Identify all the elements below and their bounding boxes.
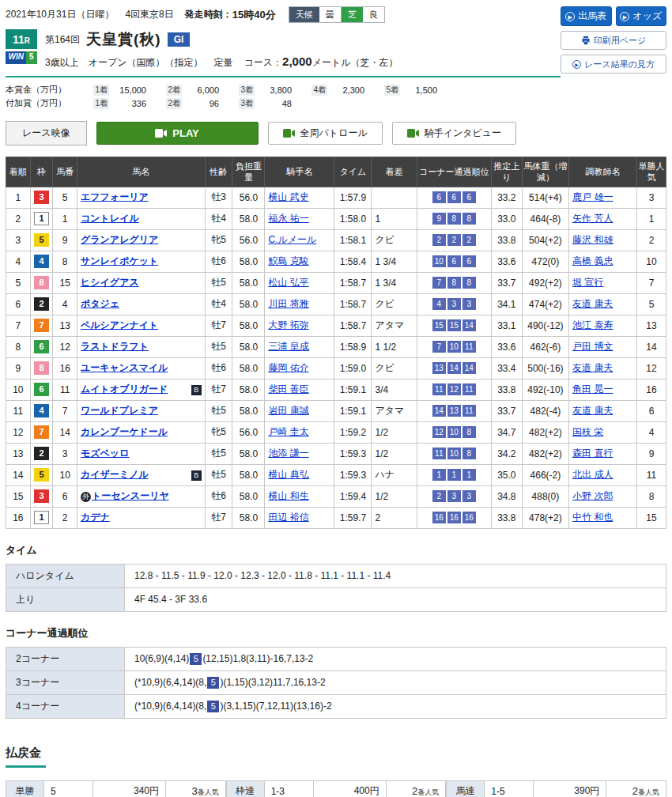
trainer-link[interactable]: 北出 成人 [572,469,613,480]
column-header: 馬体重（増減） [522,157,568,187]
entries-button[interactable]: ▶ 出馬表 [561,6,612,26]
column-header: 馬名 [77,157,206,187]
jockey-link[interactable]: 田辺 裕信 [268,512,308,523]
patrol-video-button[interactable]: 全周パトロール [268,122,383,145]
trainer-link[interactable]: 森田 直行 [572,448,613,459]
frame-number-badge: 6 [34,383,49,396]
corner-order-pre: (*10,9)(6,4,14)(8, [134,701,206,712]
odds-button[interactable]: ▶ オッズ [616,6,667,26]
win-popularity: 13 [637,315,666,336]
jockey-link[interactable]: 三浦 皇成 [268,341,308,352]
jockey-link[interactable]: 柴田 善臣 [268,383,308,395]
trainer-link[interactable]: 戸田 博文 [572,341,613,352]
prize-place: 2着 [166,85,182,96]
guide-button-label: レース結果の見方 [584,59,655,70]
finish-position: 2 [6,208,31,229]
trainer-link[interactable]: 国枝 栄 [572,426,603,437]
play-button[interactable]: PLAY [96,122,259,145]
result-row: 10 6 11 ムイトオブリガードB 牡7 58.0 柴田 善臣 1:59.1 … [6,379,666,400]
jockey-link[interactable]: 岩田 康誠 [268,405,308,416]
winner-highlight-box: 5 [207,701,219,712]
jockey-link[interactable]: 鮫島 克駿 [268,255,308,266]
trainer-link[interactable]: 友道 康夫 [572,298,613,309]
extra-prize-label: 付加賞（万円） [6,97,74,109]
horse-name-link[interactable]: カデナ [81,512,110,523]
horse-name-link[interactable]: カイザーミノル [81,469,149,480]
video-camera-icon [407,129,419,138]
horse-name-link[interactable]: ラストドラフト [81,341,149,352]
horse-name-link[interactable]: グランアレグリア [81,234,158,245]
trainer-link[interactable]: 池江 泰寿 [572,319,613,331]
horse-name-link[interactable]: サンレイポケット [81,255,158,266]
corner-row-value: (*10,9)(6,4,14)(8,5)(1,15)(3,12)11,7,16,… [125,670,666,694]
frame-number-badge: 1 [34,212,49,225]
jockey-link[interactable]: 戸崎 圭太 [268,426,308,437]
finish-time: 1:59.3 [334,443,372,464]
win-popularity: 5 [637,293,666,315]
column-header: コーナー通過順位 [417,157,491,187]
jockey-cell: 横山 和生 [265,485,334,507]
finish-time: 1:58.7 [334,315,372,336]
horse-name-link[interactable]: ワールドプレミア [81,405,158,416]
payout-table-bracket-wide: 枠連 1-3 400円 2番人気 ワイド 1-5 170円 2番人気 5-9 2… [226,780,447,797]
jockey-link[interactable]: 福永 祐一 [268,213,308,224]
trainer-cell: 高橋 義忠 [569,251,637,272]
trainer-link[interactable]: 藤沢 和雄 [572,234,613,245]
trainer-link[interactable]: 中竹 和也 [572,512,613,523]
jockey-interview-button[interactable]: 騎手インタビュー [392,122,516,145]
horse-name-link[interactable]: ヒシイグアス [81,277,139,288]
horse-number: 11 [53,379,77,400]
frame-number-badge: 8 [34,361,49,375]
trainer-link[interactable]: 友道 康夫 [572,362,613,373]
jockey-link[interactable]: 川田 将雅 [268,298,308,309]
interview-button-label: 騎手インタビュー [425,127,501,140]
result-row: 8 6 12 ラストドラフト 牡5 58.0 三浦 皇成 1:58.9 1 1/… [6,336,666,357]
result-row: 5 8 15 ヒシイグアス 牡5 58.0 松山 弘平 1:58.7 1 3/4… [6,272,666,293]
jockey-link[interactable]: 横山 武史 [268,191,308,202]
trainer-link[interactable]: 堀 宣行 [572,277,603,288]
carried-weight: 58.0 [232,251,265,272]
win-popularity: 15 [637,507,666,528]
prize-amount: 96 [186,99,219,108]
trainer-link[interactable]: 友道 康夫 [572,405,613,416]
corner-order-post: )(3,1,15)(7,12,11)(13,16)-2 [220,701,331,712]
carried-weight: 58.0 [232,379,265,400]
horse-name-link[interactable]: トーセンスーリヤ [92,490,169,501]
jockey-link[interactable]: 松山 弘平 [268,277,308,288]
trainer-link[interactable]: 小野 次郎 [572,490,613,501]
horse-name-link[interactable]: コントレイル [81,213,139,224]
horse-name-link[interactable]: エフフォーリア [81,191,149,202]
jockey-link[interactable]: 池添 謙一 [268,448,308,459]
print-page-button[interactable]: 印刷用ページ [561,31,666,50]
carried-weight: 58.0 [232,507,265,528]
horse-name-link[interactable]: ポタジェ [81,298,119,309]
play-button-label: PLAY [172,127,198,139]
horse-name-link[interactable]: ユーキャンスマイル [81,362,168,373]
trainer-link[interactable]: 鹿戸 雄一 [572,191,613,202]
trainer-link[interactable]: 高橋 義忠 [572,255,613,266]
circle-arrow-icon: ▶ [565,12,575,21]
corner-section-heading: コーナー通過順位 [6,626,666,640]
jockey-link[interactable]: 横山 和生 [268,490,308,501]
corner-position-box: 8 [462,213,476,225]
race-round: 第164回 [45,33,80,47]
horse-name-link[interactable]: ペルシアンナイト [81,319,158,331]
jockey-link[interactable]: 横山 典弘 [268,469,308,480]
jockey-link[interactable]: C.ルメール [268,234,316,245]
horse-name-cell: エフフォーリア [77,187,206,208]
bet-type-label: 単勝 [6,780,44,797]
jockey-link[interactable]: 藤岡 佑介 [268,362,308,373]
corner-position-box: 3 [462,298,476,310]
jockey-link[interactable]: 大野 拓弥 [268,319,308,331]
course-label: コース： [244,57,283,68]
result-row: 2 1 1 コントレイル 牡4 58.0 福永 祐一 1:58.0 1 988 … [6,208,666,229]
frame-cell: 3 [30,187,53,208]
horse-name-link[interactable]: カレンブーケドール [81,426,168,437]
race-video-label: レース映像 [6,121,87,145]
trainer-link[interactable]: 角田 晃一 [572,383,613,395]
trainer-link[interactable]: 矢作 芳人 [572,213,613,224]
result-guide-button[interactable]: ▶ レース結果の見方 [561,55,666,74]
horse-name-link[interactable]: ムイトオブリガード [81,383,168,395]
corner-order-post: (12,15)1,8(3,11)-16,7,13-2 [202,653,313,664]
horse-name-link[interactable]: モズベッロ [81,448,129,459]
